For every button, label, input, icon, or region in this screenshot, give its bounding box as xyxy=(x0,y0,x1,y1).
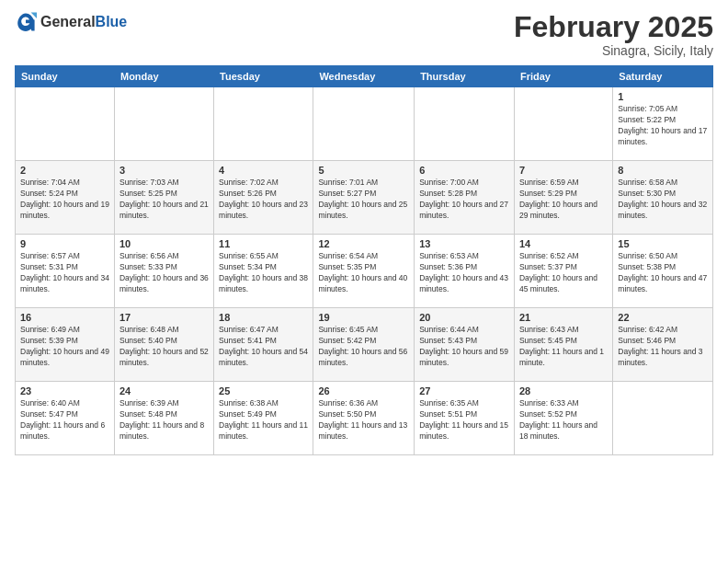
day-info: Sunrise: 6:36 AMSunset: 5:50 PMDaylight:… xyxy=(318,398,409,442)
calendar-cell: 2Sunrise: 7:04 AMSunset: 5:24 PMDaylight… xyxy=(16,161,115,235)
calendar-cell: 1Sunrise: 7:05 AMSunset: 5:22 PMDaylight… xyxy=(613,87,713,161)
calendar-cell xyxy=(16,87,115,161)
col-wednesday: Wednesday xyxy=(313,66,415,87)
day-number: 16 xyxy=(20,312,109,323)
day-info: Sunrise: 6:57 AMSunset: 5:31 PMDaylight:… xyxy=(20,251,109,295)
day-number: 14 xyxy=(519,238,608,249)
calendar-cell: 13Sunrise: 6:53 AMSunset: 5:36 PMDayligh… xyxy=(415,235,515,308)
calendar-week-3: 9Sunrise: 6:57 AMSunset: 5:31 PMDaylight… xyxy=(16,235,713,308)
calendar-cell xyxy=(313,87,415,161)
day-info: Sunrise: 7:05 AMSunset: 5:22 PMDaylight:… xyxy=(618,104,708,148)
calendar-cell: 3Sunrise: 7:03 AMSunset: 5:25 PMDaylight… xyxy=(114,161,213,235)
day-info: Sunrise: 6:55 AMSunset: 5:34 PMDaylight:… xyxy=(219,251,308,295)
logo-general: General xyxy=(40,14,96,29)
calendar-cell: 24Sunrise: 6:39 AMSunset: 5:48 PMDayligh… xyxy=(114,382,213,455)
calendar-week-2: 2Sunrise: 7:04 AMSunset: 5:24 PMDaylight… xyxy=(16,161,713,235)
day-number: 2 xyxy=(20,165,109,176)
calendar-cell: 28Sunrise: 6:33 AMSunset: 5:52 PMDayligh… xyxy=(514,382,612,455)
day-info: Sunrise: 6:59 AMSunset: 5:29 PMDaylight:… xyxy=(519,178,608,222)
calendar-header-row: Sunday Monday Tuesday Wednesday Thursday… xyxy=(16,66,713,87)
day-info: Sunrise: 7:03 AMSunset: 5:25 PMDaylight:… xyxy=(119,178,209,222)
calendar-cell: 21Sunrise: 6:43 AMSunset: 5:45 PMDayligh… xyxy=(514,308,612,382)
day-info: Sunrise: 7:00 AMSunset: 5:28 PMDaylight:… xyxy=(419,178,509,222)
calendar-cell: 10Sunrise: 6:56 AMSunset: 5:33 PMDayligh… xyxy=(114,235,213,308)
day-info: Sunrise: 6:58 AMSunset: 5:30 PMDaylight:… xyxy=(618,178,708,222)
day-number: 3 xyxy=(119,165,209,176)
calendar-cell xyxy=(214,87,313,161)
day-info: Sunrise: 6:33 AMSunset: 5:52 PMDaylight:… xyxy=(519,398,608,442)
calendar-cell xyxy=(415,87,515,161)
calendar-table: Sunday Monday Tuesday Wednesday Thursday… xyxy=(15,65,713,455)
day-number: 28 xyxy=(519,385,608,396)
calendar-cell: 15Sunrise: 6:50 AMSunset: 5:38 PMDayligh… xyxy=(613,235,713,308)
day-info: Sunrise: 6:43 AMSunset: 5:45 PMDaylight:… xyxy=(519,325,608,369)
calendar-cell: 17Sunrise: 6:48 AMSunset: 5:40 PMDayligh… xyxy=(114,308,213,382)
day-number: 27 xyxy=(419,385,509,396)
day-number: 23 xyxy=(20,385,109,396)
day-info: Sunrise: 6:35 AMSunset: 5:51 PMDaylight:… xyxy=(419,398,509,442)
header: GeneralBlue February 2025 Sinagra, Sicil… xyxy=(15,11,713,58)
day-info: Sunrise: 7:04 AMSunset: 5:24 PMDaylight:… xyxy=(20,178,109,222)
calendar-cell: 19Sunrise: 6:45 AMSunset: 5:42 PMDayligh… xyxy=(313,308,415,382)
day-number: 10 xyxy=(119,238,209,249)
calendar-week-5: 23Sunrise: 6:40 AMSunset: 5:47 PMDayligh… xyxy=(16,382,713,455)
day-number: 19 xyxy=(318,312,409,323)
day-info: Sunrise: 6:40 AMSunset: 5:47 PMDaylight:… xyxy=(20,398,109,442)
day-number: 25 xyxy=(219,385,308,396)
day-number: 8 xyxy=(618,165,708,176)
calendar-cell: 12Sunrise: 6:54 AMSunset: 5:35 PMDayligh… xyxy=(313,235,415,308)
col-thursday: Thursday xyxy=(415,66,515,87)
day-number: 20 xyxy=(419,312,509,323)
calendar-cell: 16Sunrise: 6:49 AMSunset: 5:39 PMDayligh… xyxy=(16,308,115,382)
day-info: Sunrise: 6:56 AMSunset: 5:33 PMDaylight:… xyxy=(119,251,209,295)
day-number: 12 xyxy=(318,238,409,249)
day-info: Sunrise: 7:01 AMSunset: 5:27 PMDaylight:… xyxy=(318,178,409,222)
calendar-cell: 9Sunrise: 6:57 AMSunset: 5:31 PMDaylight… xyxy=(16,235,115,308)
calendar-week-4: 16Sunrise: 6:49 AMSunset: 5:39 PMDayligh… xyxy=(16,308,713,382)
calendar-cell: 4Sunrise: 7:02 AMSunset: 5:26 PMDaylight… xyxy=(214,161,313,235)
col-tuesday: Tuesday xyxy=(214,66,313,87)
day-info: Sunrise: 6:48 AMSunset: 5:40 PMDaylight:… xyxy=(119,325,209,369)
calendar-cell: 18Sunrise: 6:47 AMSunset: 5:41 PMDayligh… xyxy=(214,308,313,382)
day-number: 21 xyxy=(519,312,608,323)
day-number: 11 xyxy=(219,238,308,249)
calendar-cell: 22Sunrise: 6:42 AMSunset: 5:46 PMDayligh… xyxy=(613,308,713,382)
calendar-cell: 25Sunrise: 6:38 AMSunset: 5:49 PMDayligh… xyxy=(214,382,313,455)
month-title: February 2025 xyxy=(514,11,713,43)
day-number: 9 xyxy=(20,238,109,249)
day-number: 6 xyxy=(419,165,509,176)
day-info: Sunrise: 6:50 AMSunset: 5:38 PMDaylight:… xyxy=(618,251,708,295)
calendar-cell: 8Sunrise: 6:58 AMSunset: 5:30 PMDaylight… xyxy=(613,161,713,235)
day-number: 17 xyxy=(119,312,209,323)
day-number: 15 xyxy=(618,238,708,249)
day-info: Sunrise: 6:52 AMSunset: 5:37 PMDaylight:… xyxy=(519,251,608,295)
logo-icon xyxy=(15,11,37,33)
day-info: Sunrise: 6:42 AMSunset: 5:46 PMDaylight:… xyxy=(618,325,708,369)
calendar-cell: 14Sunrise: 6:52 AMSunset: 5:37 PMDayligh… xyxy=(514,235,612,308)
title-block: February 2025 Sinagra, Sicily, Italy xyxy=(514,11,713,58)
col-friday: Friday xyxy=(514,66,612,87)
calendar-week-1: 1Sunrise: 7:05 AMSunset: 5:22 PMDaylight… xyxy=(16,87,713,161)
day-info: Sunrise: 6:47 AMSunset: 5:41 PMDaylight:… xyxy=(219,325,308,369)
day-number: 4 xyxy=(219,165,308,176)
day-info: Sunrise: 6:53 AMSunset: 5:36 PMDaylight:… xyxy=(419,251,509,295)
calendar-cell xyxy=(613,382,713,455)
col-sunday: Sunday xyxy=(16,66,115,87)
day-info: Sunrise: 6:49 AMSunset: 5:39 PMDaylight:… xyxy=(20,325,109,369)
day-number: 1 xyxy=(618,91,708,102)
calendar-cell: 11Sunrise: 6:55 AMSunset: 5:34 PMDayligh… xyxy=(214,235,313,308)
day-number: 5 xyxy=(318,165,409,176)
logo: GeneralBlue xyxy=(15,11,127,33)
page: GeneralBlue February 2025 Sinagra, Sicil… xyxy=(0,0,728,563)
day-number: 26 xyxy=(318,385,409,396)
calendar-cell: 6Sunrise: 7:00 AMSunset: 5:28 PMDaylight… xyxy=(415,161,515,235)
day-info: Sunrise: 6:39 AMSunset: 5:48 PMDaylight:… xyxy=(119,398,209,442)
col-saturday: Saturday xyxy=(613,66,713,87)
day-number: 7 xyxy=(519,165,608,176)
col-monday: Monday xyxy=(114,66,213,87)
day-info: Sunrise: 6:44 AMSunset: 5:43 PMDaylight:… xyxy=(419,325,509,369)
calendar-cell xyxy=(114,87,213,161)
day-number: 24 xyxy=(119,385,209,396)
logo-blue: Blue xyxy=(96,14,128,29)
day-number: 18 xyxy=(219,312,308,323)
